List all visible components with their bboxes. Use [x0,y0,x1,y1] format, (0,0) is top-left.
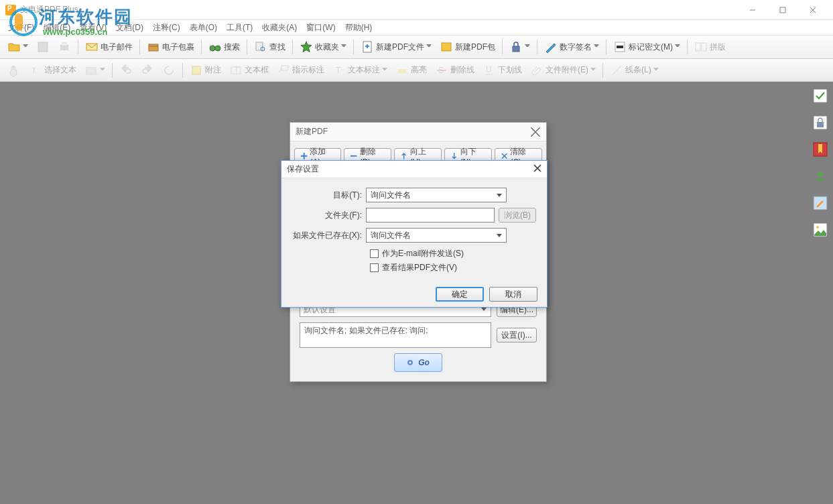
print-button [54,38,74,56]
close-icon[interactable] [533,164,541,174]
separator [78,40,78,54]
minus-icon [350,152,357,160]
svg-rect-15 [513,46,519,52]
settings-button[interactable]: 设置(I)... [497,328,537,342]
note-label: 附注 [205,64,221,76]
textbox-icon: T [229,64,243,77]
chevron-down-icon [653,68,659,73]
find-icon [254,40,267,54]
save-button [33,38,53,56]
select-text-label: 选择文本 [44,64,76,76]
separator [182,63,183,78]
callout-icon [277,64,290,77]
redact-button[interactable]: 标记密文(M) [610,38,684,56]
separator [602,63,603,78]
menu-document[interactable]: 文档(D) [112,21,147,35]
folder-input[interactable] [366,208,495,223]
folder-label: 文件夹(F): [292,210,366,221]
separator [606,40,606,54]
settings-label: 设置(I)... [501,330,531,341]
find-button[interactable]: 查找 [251,38,289,56]
target-select[interactable]: 询问文件名 [366,188,507,202]
menu-form[interactable]: 表单(O) [186,21,221,35]
line-button: 线条(L) [606,62,662,79]
menu-help[interactable]: 帮助(H) [341,21,377,35]
note-button: 附注 [186,62,225,79]
snapshot-button [81,62,109,79]
exists-select[interactable]: 询问文件名 [366,228,507,243]
app-icon [5,5,16,15]
go-button[interactable]: Go [394,353,442,372]
svg-rect-17 [617,46,623,48]
rotate-button [159,62,179,79]
redo-icon [141,64,154,77]
underline-icon: U [483,64,496,77]
new-package-button[interactable]: 新建PDF包 [436,38,499,56]
package-button[interactable]: 电子包裹 [143,38,198,56]
favorites-button[interactable]: 收藏夹 [296,38,350,56]
printer-icon [58,40,71,54]
separator [201,40,202,54]
go-label: Go [418,358,430,367]
lock-icon [509,40,523,54]
minimize-button[interactable] [737,1,767,19]
svg-point-10 [215,46,220,51]
menu-edit[interactable]: 编辑(E) [40,21,74,35]
svg-text:T: T [31,66,37,76]
textmark-label: 文本标注 [348,64,380,76]
stamp-panel-icon[interactable] [813,169,828,184]
svg-rect-6 [62,42,67,46]
callout-button: 指示标注 [273,62,328,79]
dialog-buttons: 确定 取消 [281,281,547,310]
paperclip-icon [530,64,543,77]
cancel-button[interactable]: 取消 [489,287,537,302]
chevron-down-icon [426,44,432,50]
lock-panel-icon[interactable] [813,115,828,130]
open-button[interactable] [4,38,31,56]
chevron-down-icon [594,44,599,50]
package-icon [147,40,160,54]
menu-window[interactable]: 窗口(W) [302,21,339,35]
check-panel-icon[interactable] [813,88,828,103]
callout-label: 指示标注 [292,64,324,76]
image-panel-icon[interactable] [813,223,828,237]
textbox-label: 文本框 [245,64,269,76]
menu-comment[interactable]: 注释(C) [149,21,184,35]
folder-row: 文件夹(F): 浏览(B) [292,208,536,223]
menu-tools[interactable]: 工具(T) [222,21,257,35]
menubar: 文件(F) 编辑(E) 查看(V) 文档(D) 注释(C) 表单(O) 工具(T… [0,20,833,35]
svg-rect-4 [38,42,48,52]
menu-favorites[interactable]: 收藏夹(A) [258,21,301,35]
svg-rect-11 [256,42,263,50]
menu-file[interactable]: 文件(F) [4,21,38,35]
hand-icon [7,64,21,77]
close-icon[interactable] [530,127,541,137]
search-button[interactable]: 搜索 [205,38,243,56]
edit-panel-icon[interactable] [813,196,828,210]
menu-view[interactable]: 查看(V) [76,21,111,35]
separator [112,63,113,78]
sign-label: 数字签名 [560,42,592,53]
textmark-button: T文本标注 [329,62,391,79]
select-text-button: T选择文本 [25,62,80,79]
hand-tool [4,62,24,79]
sign-button[interactable]: 数字签名 [541,38,602,56]
ok-button[interactable]: 确定 [436,287,484,302]
dialog-titlebar: 新建PDF [290,123,546,141]
svg-point-9 [210,46,215,51]
maximize-button[interactable] [767,1,797,19]
underline-label: 下划线 [498,64,522,76]
email-checkbox[interactable] [370,249,379,258]
view-checkbox[interactable] [370,263,379,272]
chevron-down-icon [341,44,346,50]
dialog-titlebar: 保存设置 [281,161,547,178]
close-button[interactable] [797,1,828,19]
lock-button[interactable] [506,38,533,56]
view-check-row: 查看结果PDF文件(V) [370,262,536,273]
svg-point-41 [816,226,819,229]
new-pdf-button[interactable]: 新建PDF文件 [357,38,435,56]
grid-icon [694,40,708,54]
binoculars-icon [208,40,222,54]
email-button[interactable]: 电子邮件 [82,38,136,56]
bookmark-panel-icon[interactable] [813,142,828,157]
